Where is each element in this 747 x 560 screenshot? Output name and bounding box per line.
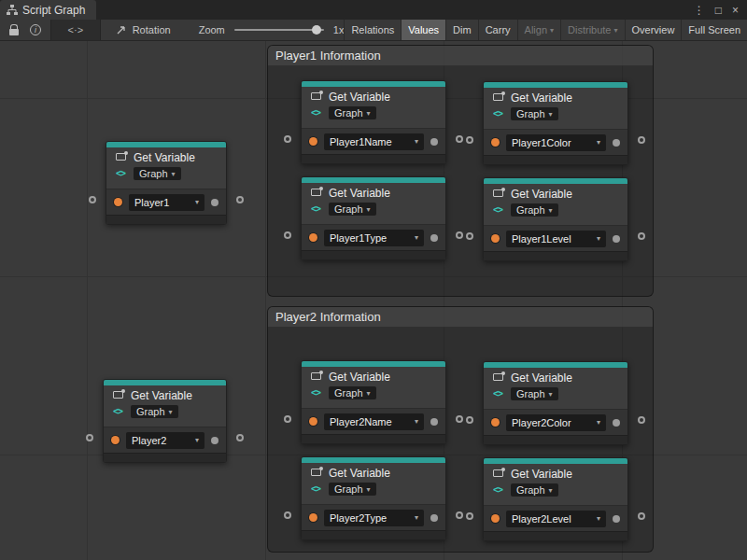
variable-dropdown[interactable]: Player1Type	[324, 230, 424, 246]
input-port[interactable]	[309, 137, 317, 146]
window-menu-icon[interactable]: ⋮	[694, 4, 705, 17]
variable-dropdown[interactable]: Player2Name	[324, 413, 424, 430]
output-port[interactable]	[613, 235, 620, 243]
input-port[interactable]	[491, 234, 500, 243]
node-get-variable-player1[interactable]: Get Variable Graph Player1	[106, 141, 227, 225]
group-header[interactable]: Player1 Information	[268, 46, 653, 66]
output-port[interactable]	[613, 139, 620, 147]
zoom-slider[interactable]	[234, 29, 324, 31]
overview-button[interactable]: Overview	[625, 20, 682, 40]
output-port[interactable]	[613, 515, 620, 523]
output-port[interactable]	[211, 199, 218, 206]
node-get-variable-player2type[interactable]: Get Variable Graph Player2Type	[301, 456, 446, 540]
input-port[interactable]	[309, 513, 317, 522]
variable-dropdown[interactable]: Player2Type	[324, 510, 424, 526]
input-port[interactable]	[491, 138, 500, 147]
graph-dropdown[interactable]: Graph	[511, 107, 558, 120]
node-body: Get Variable Graph	[302, 463, 445, 504]
maximize-icon[interactable]: □	[715, 4, 722, 17]
output-port[interactable]	[430, 234, 438, 242]
node-get-variable-player1color[interactable]: Get Variable Graph Player1Color	[483, 81, 628, 165]
graph-dropdown[interactable]: Graph	[329, 483, 376, 496]
right-port-ring[interactable]	[456, 415, 463, 423]
left-port-ring[interactable]	[86, 434, 93, 441]
graph-breadcrumb-button[interactable]: <·>	[50, 20, 101, 40]
tab-script-graph[interactable]: Script Graph	[0, 0, 96, 20]
variable-dropdown[interactable]: Player1Color	[506, 134, 606, 151]
window-controls: ⋮ □ ×	[694, 0, 747, 20]
output-port[interactable]	[613, 419, 620, 427]
left-port-ring[interactable]	[466, 416, 473, 424]
zoom-slider-knob[interactable]	[312, 25, 321, 35]
left-port-ring[interactable]	[89, 196, 96, 203]
input-port[interactable]	[491, 514, 500, 523]
variable-dropdown[interactable]: Player2	[126, 432, 204, 449]
graph-dropdown[interactable]: Graph	[134, 167, 181, 180]
left-port-ring[interactable]	[284, 135, 291, 143]
fullscreen-button[interactable]: Full Screen	[681, 20, 747, 40]
node-get-variable-player2[interactable]: Get Variable Graph Player2	[103, 379, 227, 463]
input-port[interactable]	[491, 418, 500, 427]
node-get-variable-player1level[interactable]: Get Variable Graph Player1Level	[483, 177, 628, 261]
left-port-ring[interactable]	[466, 136, 473, 144]
graph-dropdown[interactable]: Graph	[131, 405, 178, 418]
dim-button[interactable]: Dim	[445, 20, 478, 40]
input-port[interactable]	[114, 198, 122, 206]
node-get-variable-player1name[interactable]: Get Variable Graph Player1Name	[301, 80, 446, 164]
values-button[interactable]: Values	[401, 20, 445, 40]
close-icon[interactable]: ×	[732, 4, 739, 17]
left-port-ring[interactable]	[466, 232, 473, 240]
variable-dropdown[interactable]: Player1Level	[506, 231, 606, 247]
graph-dropdown[interactable]: Graph	[329, 203, 376, 216]
node-title: Get Variable	[329, 91, 390, 104]
graph-dropdown-label: Graph	[516, 108, 545, 119]
graph-dropdown[interactable]: Graph	[511, 387, 558, 400]
button-label: Values	[408, 24, 439, 35]
variable-dropdown[interactable]: Player2Level	[506, 511, 606, 527]
node-get-variable-player2name[interactable]: Get Variable Graph Player2Name	[301, 360, 446, 444]
right-port-ring[interactable]	[236, 434, 244, 441]
node-title: Get Variable	[329, 467, 390, 480]
variable-dropdown[interactable]: Player1Name	[324, 133, 424, 150]
graph-dropdown[interactable]: Graph	[511, 203, 558, 217]
left-port-ring[interactable]	[284, 511, 291, 519]
left-port-ring[interactable]	[466, 512, 473, 520]
right-port-ring[interactable]	[236, 196, 244, 203]
output-port[interactable]	[430, 418, 438, 426]
node-get-variable-player1type[interactable]: Get Variable Graph Player1Type	[301, 176, 446, 260]
right-port-ring[interactable]	[456, 231, 463, 239]
output-port[interactable]	[211, 437, 218, 444]
right-port-ring[interactable]	[638, 136, 645, 144]
right-port-ring[interactable]	[638, 416, 645, 424]
carry-button[interactable]: Carry	[478, 20, 517, 40]
align-button[interactable]: Align▾	[517, 20, 560, 40]
input-port[interactable]	[111, 436, 120, 444]
left-port-ring[interactable]	[284, 231, 291, 239]
input-port[interactable]	[309, 417, 317, 426]
left-port-ring[interactable]	[284, 415, 291, 423]
chevron-down-icon: ▾	[614, 26, 618, 35]
node-get-variable-player2color[interactable]: Get Variable Graph Player2Color	[483, 361, 628, 445]
output-port[interactable]	[430, 138, 438, 146]
node-get-variable-player2level[interactable]: Get Variable Graph Player2Level	[483, 457, 628, 541]
right-port-ring[interactable]	[456, 135, 463, 143]
lock-icon[interactable]	[9, 29, 19, 35]
info-icon[interactable]	[30, 24, 41, 35]
group-header[interactable]: Player2 Information	[268, 307, 653, 328]
button-label: Relations	[351, 24, 394, 35]
input-port[interactable]	[309, 233, 317, 242]
variable-dropdown[interactable]: Player2Color	[506, 414, 606, 431]
relations-button[interactable]: Relations	[344, 20, 401, 40]
graph-dropdown[interactable]: Graph	[511, 483, 558, 497]
graph-canvas[interactable]: Player1 Information Player2 Information …	[0, 41, 747, 560]
graph-dropdown[interactable]: Graph	[329, 386, 376, 399]
right-port-ring[interactable]	[456, 511, 463, 519]
right-port-ring[interactable]	[638, 232, 645, 240]
variable-icon	[307, 91, 324, 123]
graph-dropdown[interactable]: Graph	[329, 106, 376, 119]
distribute-button[interactable]: Distribute▾	[560, 20, 624, 40]
variable-dropdown[interactable]: Player1	[129, 194, 204, 211]
output-port[interactable]	[430, 514, 438, 522]
toolbar-middle-group: Rotation Zoom 1x	[116, 24, 345, 35]
right-port-ring[interactable]	[638, 512, 645, 520]
